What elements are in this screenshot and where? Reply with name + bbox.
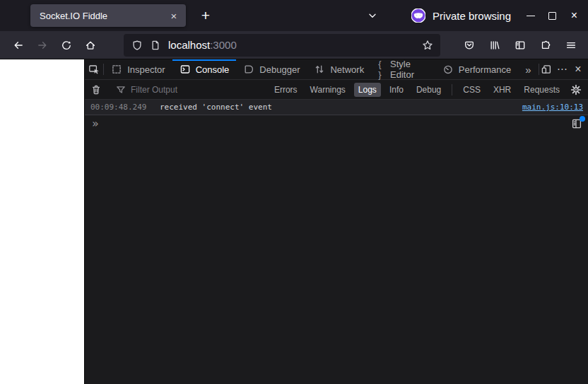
network-arrows-icon (314, 64, 325, 75)
console-prompt-icon: » (85, 118, 99, 129)
filter-css-button[interactable]: CSS (459, 83, 485, 97)
private-browsing-indicator: Private browsing (411, 8, 511, 23)
filter-requests-button[interactable]: Requests (519, 83, 564, 97)
console-filter-toolbar: Errors Warnings Logs Info Debug CSS XHR … (85, 80, 588, 100)
devtools-tab-label: Console (196, 64, 230, 75)
hamburger-icon (565, 40, 577, 51)
forward-button[interactable] (30, 35, 54, 56)
filter-xhr-button[interactable]: XHR (489, 83, 515, 97)
console-input-area[interactable]: » (85, 115, 588, 384)
page-content[interactable] (0, 59, 84, 384)
forward-arrow-icon (37, 40, 48, 51)
devtools-tab-label: Network (330, 64, 364, 75)
devtools-tab-inspector[interactable]: Inspector (104, 59, 172, 79)
devtools-tab-label: Debugger (259, 64, 300, 75)
notification-dot (580, 116, 585, 122)
devtools-tab-label: Inspector (127, 64, 165, 75)
devtools-tab-label: Style Editor (390, 59, 428, 80)
home-icon (85, 40, 96, 51)
private-mask-icon (411, 8, 425, 23)
filter-errors-button[interactable]: Errors (270, 83, 302, 97)
pocket-icon (464, 40, 475, 51)
devtools-tab-style-editor[interactable]: { } Style Editor (371, 59, 435, 79)
library-icon (489, 40, 500, 51)
filter-logs-button[interactable]: Logs (354, 83, 381, 97)
trash-icon (90, 84, 102, 95)
tab-close-icon[interactable]: × (166, 8, 182, 23)
more-tabs-button[interactable]: » (518, 59, 538, 79)
log-message: received 'connect' event (160, 103, 522, 112)
navigation-bar: localhost:3000 (0, 31, 588, 59)
list-all-tabs-button[interactable] (362, 5, 383, 26)
devtools-tab-debugger[interactable]: Debugger (236, 59, 307, 79)
filter-funnel-icon (115, 84, 127, 95)
extensions-button[interactable] (537, 35, 554, 55)
filter-output-input[interactable] (131, 85, 237, 95)
back-arrow-icon (13, 40, 24, 51)
inspector-icon (111, 64, 122, 75)
browser-window: Socket.IO Fiddle × + Private browsing (0, 0, 588, 384)
bookmark-star-icon[interactable] (422, 40, 433, 51)
devtools-meatball-menu-button[interactable]: ⋯ (555, 59, 570, 79)
browser-tab[interactable]: Socket.IO Fiddle × (30, 4, 186, 27)
console-icon (180, 64, 191, 75)
console-log-row[interactable]: 00:09:48.249 received 'connect' event ma… (85, 100, 588, 115)
maximize-button[interactable] (541, 5, 563, 27)
url-text: localhost:3000 (168, 39, 415, 51)
devtools-tab-network[interactable]: Network (307, 59, 371, 79)
url-host: localhost (168, 39, 210, 51)
pick-element-icon (88, 64, 100, 75)
filter-info-button[interactable]: Info (385, 83, 408, 97)
close-window-button[interactable]: × (563, 5, 585, 27)
tab-title: Socket.IO Fiddle (40, 11, 166, 21)
sidebar-icon (514, 40, 526, 51)
urlbar[interactable]: localhost:3000 (124, 34, 440, 57)
pick-element-button[interactable] (85, 59, 103, 79)
home-button[interactable] (78, 35, 102, 56)
gear-icon (570, 84, 582, 95)
new-tab-button[interactable]: + (195, 5, 216, 26)
devtools-tab-label: Performance (459, 64, 511, 75)
filter-warnings-button[interactable]: Warnings (306, 83, 350, 97)
sidebar-button[interactable] (512, 35, 529, 55)
close-devtools-button[interactable]: × (570, 59, 586, 79)
titlebar: Socket.IO Fiddle × + Private browsing (0, 0, 588, 31)
page-info-icon (150, 40, 161, 51)
devtools-tab-performance[interactable]: Performance (435, 59, 518, 79)
responsive-design-mode-button[interactable] (539, 59, 554, 79)
shield-icon[interactable] (131, 40, 143, 51)
braces-icon: { } (378, 59, 385, 80)
reload-button[interactable] (54, 35, 78, 56)
maximize-icon (548, 12, 556, 20)
chevron-down-icon (367, 10, 378, 21)
clear-console-button[interactable] (85, 80, 107, 99)
private-browsing-label: Private browsing (433, 10, 511, 22)
minimize-icon (527, 16, 535, 16)
performance-gauge-icon (442, 64, 454, 75)
content-area: Inspector Console Debugger (0, 59, 588, 384)
back-button[interactable] (6, 35, 30, 56)
reload-icon (61, 40, 72, 51)
console-settings-button[interactable] (566, 80, 586, 99)
log-source-link[interactable]: main.js:10:13 (522, 103, 588, 112)
devtools-toolbox-tabbar: Inspector Console Debugger (85, 59, 588, 80)
filter-debug-button[interactable]: Debug (412, 83, 445, 97)
puzzle-piece-icon (540, 40, 551, 51)
minimize-button[interactable] (519, 5, 541, 27)
url-port: :3000 (210, 39, 237, 51)
log-timestamp: 00:09:48.249 (85, 103, 160, 112)
window-controls: × (519, 5, 585, 27)
menu-button[interactable] (563, 35, 580, 55)
debugger-icon (243, 64, 254, 75)
toolbar-actions (461, 35, 580, 55)
pocket-button[interactable] (461, 35, 478, 55)
library-button[interactable] (486, 35, 503, 55)
devtools-panel: Inspector Console Debugger (84, 59, 588, 384)
responsive-mode-icon (541, 64, 552, 75)
separator (452, 84, 452, 95)
editor-mode-toggle-button[interactable] (571, 117, 584, 130)
devtools-tab-console[interactable]: Console (172, 59, 237, 79)
console-input-line[interactable]: » (85, 115, 588, 132)
